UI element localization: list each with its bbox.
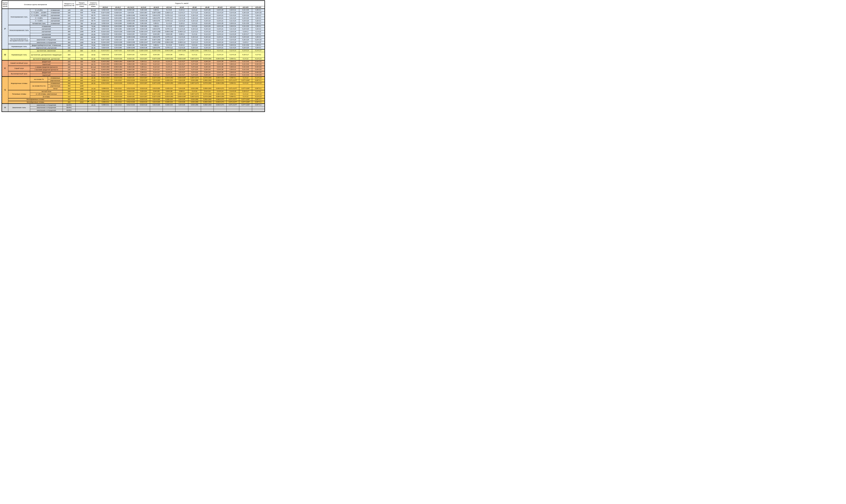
strength-cell[interactable]: 1010 (75, 101, 88, 104)
feed-value-cell[interactable]: 0,024-0,03 (99, 47, 112, 49)
diameter-col-header-8[interactable]: ø6-ø8 (201, 6, 214, 9)
feed-value-cell[interactable]: 0,033-0,04 (112, 12, 124, 14)
feed-value-cell[interactable]: 0,023-0,028 (112, 31, 124, 33)
feed-value-cell[interactable] (175, 109, 188, 112)
diameter-col-header-0[interactable]: ø0,8-ø1 (99, 6, 112, 9)
feed-value-cell[interactable]: 0,043-0,053 (99, 63, 112, 66)
feed-value-cell[interactable]: 0,26-0,3 (252, 36, 265, 39)
diameter-col-header-7[interactable]: ø5-ø6 (188, 6, 201, 9)
feed-value-cell[interactable]: 0,032-0,04 (99, 25, 112, 28)
feed-value-cell[interactable]: 0,064-0,08 (124, 60, 137, 63)
feed-value-cell[interactable]: 0,08-0,1 (175, 33, 188, 36)
feed-value-cell[interactable]: 0,075-0,12 (163, 47, 175, 49)
feed-value-cell[interactable]: 0,043-0,053 (99, 71, 112, 74)
feed-value-cell[interactable]: 0,011-0,013 (99, 93, 112, 95)
hardness-cell[interactable]: 55HRC (63, 106, 75, 109)
feed-value-cell[interactable]: 0,15-0,16 (188, 17, 201, 20)
feed-value-cell[interactable]: 0,067-0,073 (188, 58, 201, 60)
feed-value-cell[interactable]: 0,28-0,31 (226, 44, 239, 47)
feed-value-cell[interactable]: 0,012-0,015 (124, 87, 137, 90)
material-label-cell[interactable]: Ковкий литейный чугун (8, 60, 30, 66)
strength-cell[interactable]: 1010 (75, 20, 88, 22)
feed-value-cell[interactable]: 0,05-0,067 (137, 39, 150, 41)
feed-value-cell[interactable]: 0,058-0,093 (163, 31, 175, 33)
feed-value-cell[interactable]: 0,34-0,38 (214, 60, 226, 63)
cutting-speed-cell[interactable]: 20-28 (88, 33, 99, 36)
feed-value-cell[interactable]: 0,027-0,033 (150, 77, 163, 79)
material-label-cell[interactable]: закаленная и отпущенная (30, 106, 63, 109)
feed-value-cell[interactable] (112, 85, 124, 87)
feed-value-cell[interactable]: 0,053-0,064 (112, 69, 124, 71)
feed-value-cell[interactable]: 0,024-0,03 (99, 36, 112, 39)
feed-value-cell[interactable]: 0,053-0,064 (112, 71, 124, 74)
feed-value-cell[interactable]: 0,24-0,26 (226, 12, 239, 14)
feed-value-cell[interactable]: 0,028-0,035 (124, 31, 137, 33)
material-label-cell[interactable]: закаленная и отпущенная (30, 109, 63, 112)
material-label-cell[interactable]: C > 0,25% ... ≤0,55% (30, 14, 48, 17)
material-label-cell[interactable]: α- и β-сплавы, упрочненные (30, 93, 63, 95)
material-label-cell[interactable]: Жаропрочные сплавы (8, 77, 30, 90)
feed-value-cell[interactable] (201, 109, 214, 112)
cutting-speed-cell[interactable]: 90-110 (88, 22, 99, 25)
feed-value-cell[interactable]: 0,05-0,067 (137, 12, 150, 14)
strength-cell[interactable]: 400 (75, 71, 88, 74)
feed-value-cell[interactable]: 0,027-0,033 (150, 93, 163, 95)
feed-value-cell[interactable]: 0,04-0,048 (112, 22, 124, 25)
feed-value-cell[interactable]: 0,12-0,13 (226, 49, 239, 52)
feed-value-cell[interactable]: 0,41-0,46 (239, 69, 252, 71)
hardness-cell[interactable]: 300 (63, 39, 75, 41)
feed-value-cell[interactable]: 0,012-0,015 (124, 101, 137, 104)
feed-value-cell[interactable]: 0,46-0,53 (252, 69, 265, 71)
hardness-cell[interactable]: 330 (63, 47, 75, 49)
feed-value-cell[interactable]: 0,012-0,015 (124, 79, 137, 82)
feed-value-cell[interactable]: 0,071-0,077 (226, 79, 239, 82)
feed-value-cell[interactable]: 0,18-0,2 (239, 31, 252, 33)
cutting-speed-cell[interactable]: 35-45 (88, 47, 99, 49)
feed-value-cell[interactable]: 0,053-0,064 (112, 66, 124, 69)
feed-value-cell[interactable]: 0,19-0,21 (214, 14, 226, 17)
feed-value-cell[interactable]: 0,23-0,26 (239, 17, 252, 20)
feed-value-cell[interactable]: 0,084-0,094 (214, 95, 226, 98)
material-label-cell[interactable]: Автоматная сталь (30, 22, 48, 25)
feed-value-cell[interactable]: 0,06-0,075 (150, 14, 163, 17)
hardness-cell[interactable]: 245 (63, 69, 75, 71)
feed-value-cell[interactable]: 0,077-0,087 (239, 79, 252, 82)
material-label-cell[interactable]: C ≤ 0,25% (30, 9, 48, 12)
material-label-cell[interactable]: упрочненные (48, 79, 63, 82)
material-label-cell[interactable]: улучшенная (30, 31, 63, 33)
feed-value-cell[interactable]: 0,06-0,075 (150, 28, 163, 31)
feed-value-cell[interactable]: 0,06-0,075 (150, 36, 163, 39)
strength-cell[interactable]: 940 (75, 79, 88, 82)
feed-value-cell[interactable]: 0,16-0,19 (201, 36, 214, 39)
feed-value-cell[interactable] (99, 106, 112, 109)
material-label-cell[interactable]: C > 0,55% (30, 20, 48, 22)
feed-value-cell[interactable]: 0,045-0,06 (137, 14, 150, 17)
feed-value-cell[interactable]: 0,04-0,05 (150, 90, 163, 93)
feed-value-cell[interactable]: 0,26-0,3 (252, 47, 265, 49)
feed-value-cell[interactable]: 0,03-0,036 (112, 20, 124, 22)
feed-value-cell[interactable]: 0,043-0,053 (99, 69, 112, 71)
strength-cell[interactable] (75, 104, 88, 106)
feed-value-cell[interactable]: 0,075-0,12 (163, 20, 175, 22)
feed-value-cell[interactable]: 0,21-0,24 (214, 12, 226, 14)
feed-value-cell[interactable] (150, 85, 163, 87)
strength-cell[interactable]: 750 (75, 22, 88, 25)
feed-value-cell[interactable]: 0,12-0,15 (175, 47, 188, 49)
feed-value-cell[interactable]: 0,013-0,017 (99, 49, 112, 52)
feed-value-cell[interactable]: 0,05-0,08 (163, 33, 175, 36)
feed-value-cell[interactable]: 0,077-0,087 (239, 98, 252, 101)
feed-value-cell[interactable]: 0,2-0,22 (188, 25, 201, 28)
feed-value-cell[interactable] (99, 85, 112, 87)
material-label-cell[interactable]: аустенитно-ферритная, дуплексная (30, 58, 63, 60)
feed-value-cell[interactable]: 0,13-0,14 (239, 49, 252, 52)
feed-value-cell[interactable]: 0,013-0,016 (112, 82, 124, 85)
feed-value-cell[interactable]: 0,013-0,016 (112, 58, 124, 60)
feed-value-cell[interactable]: 0,094-0,1 (226, 93, 239, 95)
feed-value-cell[interactable] (252, 106, 265, 109)
feed-value-cell[interactable]: 0,06-0,075 (150, 17, 163, 20)
feed-value-cell[interactable]: 0,11-0,13 (150, 71, 163, 74)
diameter-col-header-9[interactable]: ø8-ø10 (214, 6, 226, 9)
feed-value-cell[interactable]: 0,11-0,13 (201, 90, 214, 93)
feed-value-cell[interactable]: 0,012-0,015 (124, 98, 137, 101)
feed-value-cell[interactable]: 0,25-0,28 (214, 22, 226, 25)
